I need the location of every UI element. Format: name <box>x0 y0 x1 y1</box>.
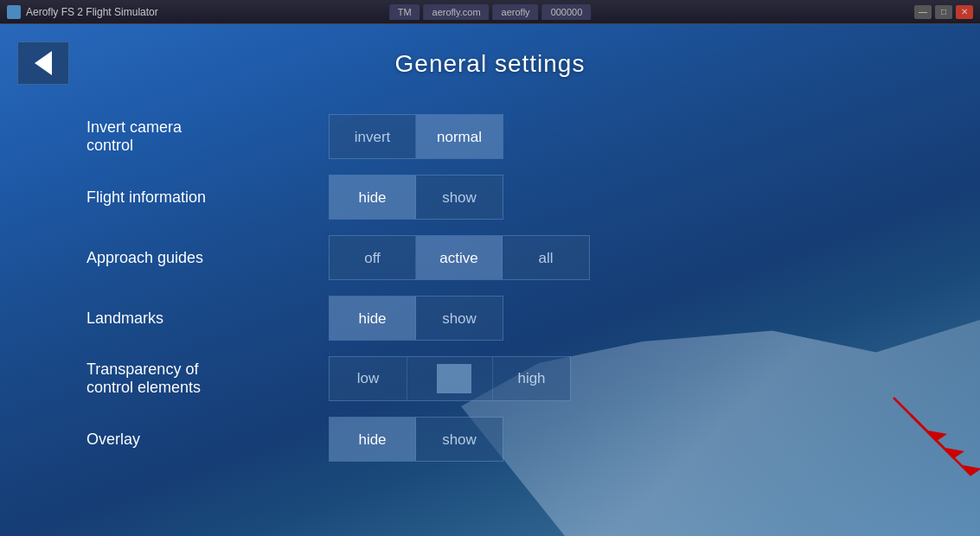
titlebar-left: Aerofly FS 2 Flight Simulator <box>7 5 158 19</box>
toggle-approach-all[interactable]: all <box>503 236 589 280</box>
setting-row-invert-camera: Invert cameracontrol invert normal <box>86 111 894 163</box>
slider-thumb-transparency[interactable] <box>437 364 471 393</box>
settings-list: Invert cameracontrol invert normal Fligh… <box>0 111 980 474</box>
maximize-button[interactable]: □ <box>935 5 952 19</box>
page-title: General settings <box>0 50 980 78</box>
titlebar-tabs: TM aerofly.com aerofly 000000 <box>389 4 592 20</box>
titlebar: Aerofly FS 2 Flight Simulator TM aerofly… <box>0 0 980 24</box>
tab-2[interactable]: aerofly.com <box>424 4 490 20</box>
toggle-group-overlay: hide show <box>329 417 503 462</box>
close-button[interactable]: ✕ <box>956 5 973 19</box>
toggle-approach-off[interactable]: off <box>330 236 416 280</box>
slider-label-high: high <box>492 357 570 400</box>
tab-3[interactable]: aerofly <box>493 4 539 20</box>
toggle-group-approach-guides: off active all <box>329 235 590 280</box>
setting-label-flight-info: Flight information <box>86 188 329 207</box>
tab-4[interactable]: 000000 <box>542 4 592 20</box>
setting-label-transparency: Transparency ofcontrol elements <box>86 361 329 397</box>
tab-1[interactable]: TM <box>389 4 420 20</box>
setting-row-approach-guides: Approach guides off active all <box>86 232 894 284</box>
minimize-button[interactable]: — <box>914 5 932 19</box>
toggle-flight-show[interactable]: show <box>416 175 503 220</box>
toggle-normal[interactable]: normal <box>416 115 503 159</box>
setting-label-approach-guides: Approach guides <box>86 249 329 267</box>
setting-label-invert-camera: Invert cameracontrol <box>86 118 329 155</box>
back-arrow-icon <box>35 51 52 75</box>
toggle-group-invert-camera: invert normal <box>329 114 503 159</box>
setting-row-transparency: Transparency ofcontrol elements low high <box>86 353 894 405</box>
main-content: General settings Invert cameracontrol in… <box>0 24 980 536</box>
toggle-overlay-hide[interactable]: hide <box>330 418 416 462</box>
slider-track-transparency[interactable] <box>407 357 492 400</box>
toggle-group-landmarks: hide show <box>329 296 503 341</box>
setting-label-landmarks: Landmarks <box>86 309 329 328</box>
toggle-approach-active[interactable]: active <box>416 236 503 280</box>
back-button[interactable] <box>17 41 69 85</box>
slider-label-low: low <box>330 357 407 400</box>
toggle-flight-hide[interactable]: hide <box>330 175 416 220</box>
setting-label-overlay: Overlay <box>86 431 329 449</box>
toggle-group-flight-info: hide show <box>329 175 503 220</box>
setting-row-landmarks: Landmarks hide show <box>86 292 894 344</box>
toggle-landmarks-hide[interactable]: hide <box>330 297 416 341</box>
titlebar-controls: — □ ✕ <box>914 5 973 19</box>
setting-row-flight-info: Flight information hide show <box>86 171 894 223</box>
toggle-landmarks-show[interactable]: show <box>416 297 503 341</box>
toggle-invert[interactable]: invert <box>330 115 416 159</box>
toggle-overlay-show[interactable]: show <box>416 418 503 462</box>
titlebar-title: Aerofly FS 2 Flight Simulator <box>26 6 158 18</box>
app-icon <box>7 5 21 19</box>
setting-row-overlay: Overlay hide show <box>86 413 894 465</box>
slider-group-transparency: low high <box>329 356 571 401</box>
